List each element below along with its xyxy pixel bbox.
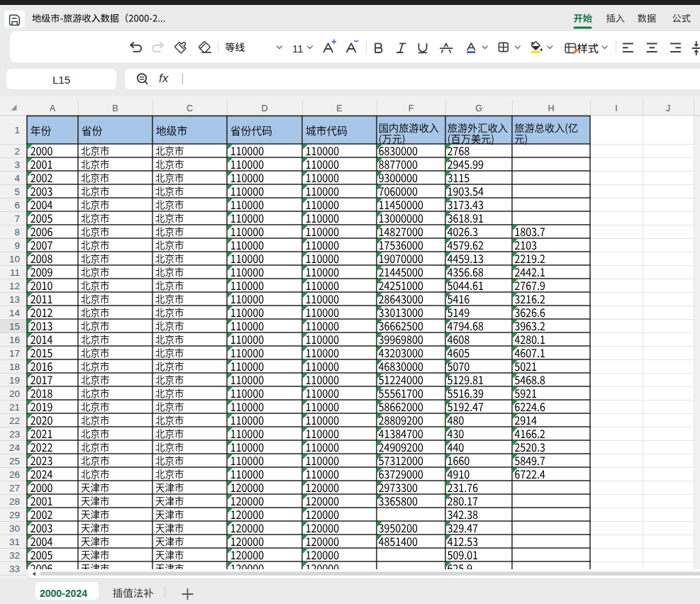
svg-text:19: 19 [9,375,20,386]
svg-text:D: D [261,104,267,113]
svg-text:J: J [666,104,670,113]
svg-text:B: B [112,104,118,113]
svg-text:15: 15 [9,321,20,332]
svg-text:16: 16 [9,335,20,345]
svg-text:A: A [50,104,56,113]
svg-text:11: 11 [10,267,20,278]
svg-text:9: 9 [14,240,20,251]
svg-text:17: 17 [9,348,20,359]
svg-text:H: H [548,104,554,113]
svg-text:26: 26 [9,469,20,480]
svg-text:32: 32 [9,550,20,561]
svg-text:22: 22 [9,415,20,426]
svg-text:F: F [409,104,414,113]
svg-text:21: 21 [9,402,20,413]
svg-text:13: 13 [9,294,20,305]
svg-text:3: 3 [14,160,20,170]
svg-text:E: E [336,104,342,113]
svg-text:12: 12 [9,281,20,291]
svg-text:8: 8 [14,227,20,237]
svg-text:20: 20 [9,388,20,399]
svg-text:G: G [475,104,482,113]
svg-text:33: 33 [9,564,20,574]
svg-text:4: 4 [14,173,20,184]
svg-text:31: 31 [9,537,20,547]
svg-text:2: 2 [14,146,20,157]
svg-text:29: 29 [9,510,20,520]
svg-text:28: 28 [9,496,20,507]
svg-text:27: 27 [9,483,20,493]
svg-text:30: 30 [9,523,20,534]
svg-text:I: I [615,104,617,113]
svg-text:23: 23 [9,429,20,440]
svg-text:7: 7 [14,213,20,224]
svg-text:25: 25 [9,456,20,466]
svg-text:5: 5 [14,186,20,197]
svg-text:18: 18 [9,362,20,372]
svg-text:14: 14 [9,308,21,318]
svg-text:1: 1 [14,125,20,135]
svg-text:24: 24 [9,442,21,453]
svg-text:C: C [187,104,193,113]
svg-text:6: 6 [14,200,20,211]
svg-text:10: 10 [9,254,20,264]
